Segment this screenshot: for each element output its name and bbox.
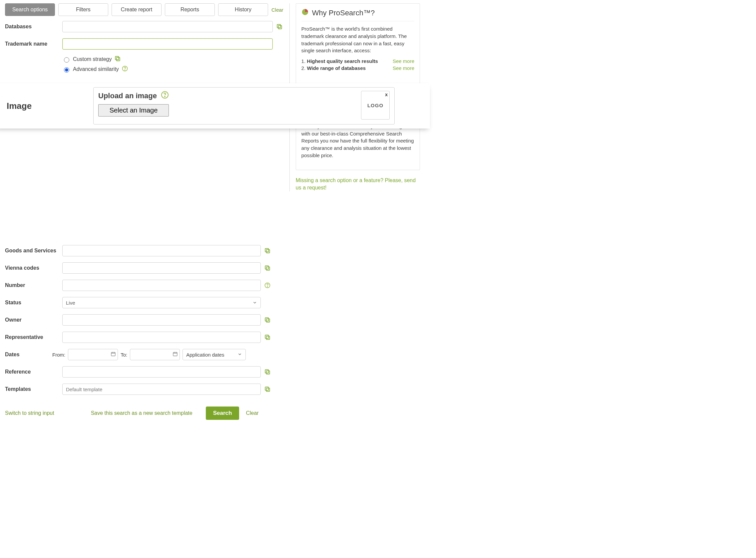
svg-rect-2 [116,56,119,59]
custom-strategy-label: Custom strategy [73,56,111,62]
copy-icon[interactable] [263,316,272,323]
help-icon[interactable] [122,65,128,73]
databases-input[interactable] [62,21,273,32]
feature-2: Wide range of databases [307,65,366,71]
copy-icon[interactable] [263,265,272,271]
copy-icon[interactable] [263,247,272,254]
svg-rect-20 [265,370,269,373]
copy-icon[interactable] [263,386,272,392]
select-image-button[interactable]: Select an Image [98,104,169,117]
logo-placeholder-text: LOGO [367,103,383,108]
clear-link-top[interactable]: Clear [272,7,283,12]
number-label: Number [5,282,62,288]
representative-input[interactable] [62,332,261,343]
switch-to-string-link[interactable]: Switch to string input [5,410,54,416]
svg-rect-10 [265,266,269,269]
svg-rect-15 [267,319,270,322]
help-icon[interactable] [161,91,169,101]
tab-search-options[interactable]: Search options [5,3,55,16]
save-template-link[interactable]: Save this search as a new search templat… [91,410,193,416]
trademark-input[interactable] [62,38,273,50]
custom-strategy-radio[interactable]: Custom strategy [62,55,283,63]
vienna-input[interactable] [62,262,261,274]
tab-filters[interactable]: Filters [58,3,108,16]
templates-label: Templates [5,386,62,392]
advanced-similarity-label: Advanced similarity [73,66,119,72]
svg-rect-22 [265,387,269,390]
image-label: Image [0,101,93,111]
intro-text: ProSearch™ is the world's first combined… [301,25,414,54]
date-to-input[interactable] [130,349,180,360]
vienna-label: Vienna codes [5,265,62,271]
owner-label: Owner [5,317,62,323]
templates-input[interactable] [62,384,261,395]
svg-rect-1 [278,26,282,29]
to-label: To: [121,352,127,358]
status-value: Live [66,300,75,306]
chevron-down-icon [237,352,242,358]
see-more-link[interactable]: See more [393,65,414,71]
date-from-input[interactable] [68,349,118,360]
card-title: Why ProSearch™? [301,8,414,21]
svg-rect-21 [267,371,270,374]
close-icon[interactable]: x [385,92,388,97]
search-form: Search options Filters Create report Rep… [5,3,283,75]
copy-icon[interactable] [114,55,121,63]
tab-reports[interactable]: Reports [165,3,215,16]
tab-history[interactable]: History [218,3,268,16]
status-select[interactable]: Live [62,297,261,308]
svg-rect-8 [265,249,269,252]
tab-create-report[interactable]: Create report [111,3,161,16]
svg-rect-9 [267,250,270,253]
help-icon[interactable] [263,282,272,289]
svg-rect-11 [267,267,270,270]
goods-input[interactable] [62,245,261,256]
advanced-similarity-radio[interactable]: Advanced similarity [62,65,283,73]
date-type-value: Application dates [186,352,224,358]
svg-rect-17 [267,336,270,339]
see-more-link[interactable]: See more [393,58,414,64]
trademark-label: Trademark name [5,41,62,47]
svg-point-5 [125,70,125,70]
pie-chart-icon [301,8,309,18]
upload-box: Upload an image Select an Image x LOGO [93,87,395,125]
owner-input[interactable] [62,314,261,326]
svg-point-7 [165,96,165,97]
from-label: From: [52,352,65,358]
copy-icon[interactable] [275,23,283,30]
svg-rect-0 [277,24,280,28]
reference-label: Reference [5,369,62,375]
reference-input[interactable] [62,366,261,378]
image-thumbnail[interactable]: x LOGO [361,91,390,120]
svg-point-13 [267,287,268,287]
copy-icon[interactable] [263,369,272,375]
goods-label: Goods and Services [5,248,62,254]
representative-label: Representative [5,334,62,340]
databases-label: Databases [5,24,62,30]
svg-rect-14 [265,318,269,321]
chevron-down-icon [252,300,257,305]
copy-icon[interactable] [263,334,272,340]
status-label: Status [5,300,62,306]
feature-1: Highest quality search results [307,58,378,64]
svg-rect-23 [267,388,270,391]
number-input[interactable] [62,280,261,291]
upload-title: Upload an image [98,92,157,100]
search-button[interactable]: Search [206,407,240,420]
svg-rect-16 [265,335,269,338]
date-type-select[interactable]: Application dates [182,349,246,360]
tabs-row: Search options Filters Create report Rep… [5,3,283,16]
send-request-link[interactable]: Missing a search option or a feature? Pl… [296,177,420,192]
clear-link-bottom[interactable]: Clear [246,410,258,416]
svg-rect-3 [117,58,120,61]
